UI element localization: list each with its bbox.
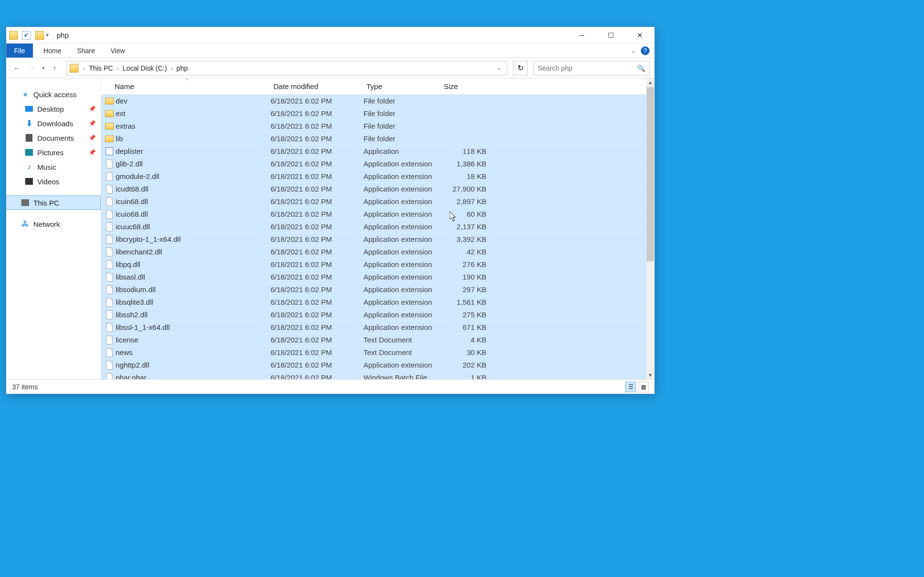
column-name[interactable]: ˄ Name — [101, 82, 271, 90]
breadcrumb-separator[interactable]: › — [169, 65, 175, 71]
column-header: ˄ Name Date modified Type Size — [101, 78, 654, 95]
file-size: 1,561 KB — [441, 298, 490, 306]
file-row[interactable]: deplister6/18/2021 6:02 PMApplication118… — [101, 145, 654, 158]
qat-folder-icon[interactable] — [35, 31, 44, 40]
forward-button[interactable]: → — [26, 62, 37, 74]
file-row[interactable]: phar.phar6/18/2021 6:02 PMWindows Batch … — [101, 371, 654, 379]
file-area: ˄ Name Date modified Type Size dev6/18/2… — [101, 78, 654, 379]
search-box[interactable]: 🔍 — [533, 61, 650, 75]
nav-label: Music — [37, 163, 56, 171]
address-bar[interactable]: › This PC › Local Disk (C:) › php ⌄ — [66, 61, 507, 75]
column-size[interactable]: Size — [441, 82, 490, 90]
file-type: Application extension — [364, 235, 441, 243]
documents-icon — [26, 134, 32, 142]
scroll-thumb[interactable] — [647, 87, 654, 261]
file-row[interactable]: dev6/18/2021 6:02 PMFile folder — [101, 95, 654, 107]
nav-downloads[interactable]: ⬇ Downloads 📌 — [6, 116, 101, 131]
downloads-icon: ⬇ — [25, 119, 33, 128]
file-list[interactable]: dev6/18/2021 6:02 PMFile folderext6/18/2… — [101, 95, 654, 379]
file-row[interactable]: libssh2.dll6/18/2021 6:02 PMApplication … — [101, 309, 654, 321]
nav-label: Network — [33, 220, 60, 228]
refresh-button[interactable]: ↻ — [513, 61, 528, 75]
file-type: Application extension — [364, 172, 441, 180]
file-date: 6/18/2021 6:02 PM — [271, 336, 364, 344]
breadcrumb-this-pc[interactable]: This PC — [87, 64, 115, 72]
nav-label: Downloads — [37, 119, 73, 128]
file-name: libpq.dll — [115, 260, 271, 268]
nav-network[interactable]: 🖧 Network — [6, 217, 101, 231]
file-row[interactable]: libcrypto-1_1-x64.dll6/18/2021 6:02 PMAp… — [101, 233, 654, 246]
file-date: 6/18/2021 6:02 PM — [271, 285, 364, 294]
breadcrumb-php[interactable]: php — [175, 64, 190, 72]
search-icon[interactable]: 🔍 — [637, 64, 645, 72]
breadcrumb-local-disk[interactable]: Local Disk (C:) — [121, 64, 169, 72]
file-name: deplister — [115, 147, 271, 155]
file-row[interactable]: libpq.dll6/18/2021 6:02 PMApplication ex… — [101, 258, 654, 271]
file-row[interactable]: libssl-1_1-x64.dll6/18/2021 6:02 PMAppli… — [101, 321, 654, 334]
file-icon — [106, 298, 113, 307]
back-button[interactable]: ← — [11, 62, 23, 74]
file-type: Text Document — [364, 336, 441, 344]
file-row[interactable]: extras6/18/2021 6:02 PMFile folder — [101, 120, 654, 133]
file-name: lib — [115, 134, 271, 143]
search-input[interactable] — [538, 64, 637, 72]
nav-label: This PC — [33, 199, 59, 207]
tab-home[interactable]: Home — [36, 44, 69, 58]
file-row[interactable]: license6/18/2021 6:02 PMText Document4 K… — [101, 334, 654, 346]
file-row[interactable]: libsasl.dll6/18/2021 6:02 PMApplication … — [101, 271, 654, 283]
file-row[interactable]: glib-2.dll6/18/2021 6:02 PMApplication e… — [101, 158, 654, 170]
expand-ribbon-icon[interactable]: ⌄ — [631, 47, 636, 54]
address-dropdown[interactable]: ⌄ — [494, 65, 504, 71]
file-size: 60 KB — [441, 210, 490, 218]
file-row[interactable]: icuin68.dll6/18/2021 6:02 PMApplication … — [101, 195, 654, 208]
tab-share[interactable]: Share — [69, 44, 103, 58]
file-icon — [106, 348, 113, 357]
file-row[interactable]: libsqlite3.dll6/18/2021 6:02 PMApplicati… — [101, 296, 654, 309]
qat-properties-button[interactable]: ✔ — [22, 31, 30, 40]
file-row[interactable]: lib6/18/2021 6:02 PMFile folder — [101, 133, 654, 145]
file-row[interactable]: icuio68.dll6/18/2021 6:02 PMApplication … — [101, 208, 654, 221]
file-date: 6/18/2021 6:02 PM — [271, 273, 364, 281]
file-row[interactable]: nghttp2.dll6/18/2021 6:02 PMApplication … — [101, 359, 654, 371]
file-name: dev — [115, 97, 271, 105]
nav-label: Pictures — [37, 148, 63, 157]
tab-view[interactable]: View — [103, 44, 133, 58]
file-icon — [106, 285, 113, 294]
breadcrumb-separator[interactable]: › — [115, 65, 121, 71]
nav-music[interactable]: ♪ Music — [6, 160, 101, 174]
minimize-button[interactable]: ─ — [567, 27, 596, 44]
file-row[interactable]: gmodule-2.dll6/18/2021 6:02 PMApplicatio… — [101, 170, 654, 183]
column-type[interactable]: Type — [364, 82, 441, 90]
file-size: 297 KB — [441, 285, 490, 294]
up-button[interactable]: ↑ — [49, 62, 61, 74]
column-label: Size — [444, 82, 458, 90]
file-row[interactable]: libenchant2.dll6/18/2021 6:02 PMApplicat… — [101, 246, 654, 258]
details-view-button[interactable]: ☰ — [625, 382, 636, 392]
maximize-button[interactable]: ☐ — [596, 27, 625, 44]
pin-icon: 📌 — [89, 120, 96, 127]
file-size: 190 KB — [441, 273, 490, 281]
nav-documents[interactable]: Documents 📌 — [6, 131, 101, 145]
breadcrumb-separator[interactable]: › — [81, 65, 87, 71]
nav-desktop[interactable]: Desktop 📌 — [6, 102, 101, 116]
thumbnails-view-button[interactable]: ▦ — [638, 382, 649, 392]
vertical-scrollbar[interactable]: ▲ ▼ — [646, 78, 654, 379]
history-dropdown[interactable]: ▾ — [40, 62, 46, 74]
column-date[interactable]: Date modified — [271, 82, 364, 90]
nav-this-pc[interactable]: This PC — [6, 195, 101, 210]
file-row[interactable]: ext6/18/2021 6:02 PMFile folder — [101, 107, 654, 120]
close-button[interactable]: ✕ — [625, 27, 654, 44]
scroll-down-icon[interactable]: ▼ — [646, 371, 654, 379]
scroll-up-icon[interactable]: ▲ — [646, 78, 654, 87]
qat-dropdown[interactable]: ▾ — [46, 32, 52, 38]
file-row[interactable]: news6/18/2021 6:02 PMText Document30 KB — [101, 346, 654, 359]
nav-quick-access[interactable]: ★ Quick access — [6, 87, 101, 102]
file-date: 6/18/2021 6:02 PM — [271, 134, 364, 143]
file-row[interactable]: libsodium.dll6/18/2021 6:02 PMApplicatio… — [101, 283, 654, 296]
nav-videos[interactable]: Videos — [6, 174, 101, 189]
tab-file[interactable]: File — [6, 44, 33, 58]
file-row[interactable]: icuuc68.dll6/18/2021 6:02 PMApplication … — [101, 221, 654, 233]
help-icon[interactable]: ? — [641, 46, 650, 55]
file-row[interactable]: icudt68.dll6/18/2021 6:02 PMApplication … — [101, 183, 654, 195]
nav-pictures[interactable]: Pictures 📌 — [6, 145, 101, 160]
